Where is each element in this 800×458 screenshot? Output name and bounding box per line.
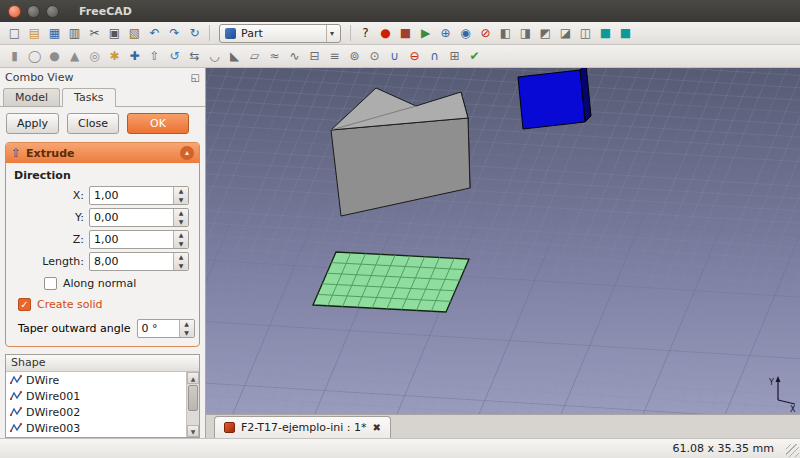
along-normal-row: Along normal xyxy=(44,277,195,290)
toolbar-part-group: ▮ ◯ ● ▲ ◎ ✱ ✚ ⇧ ↺ ⇆ ◡ ◣ ▱ ≈ ∿ ⊟ xyxy=(5,47,484,66)
spin-up-icon[interactable]: ▲ xyxy=(174,253,188,262)
scroll-down-icon[interactable]: ▼ xyxy=(187,425,199,437)
selected-sketch-face[interactable] xyxy=(313,252,469,312)
spin-up-icon[interactable]: ▲ xyxy=(174,231,188,240)
spin-up-icon[interactable]: ▲ xyxy=(174,187,188,196)
new-document-icon[interactable]: □ xyxy=(5,24,24,43)
part-offset-icon[interactable]: ⊚ xyxy=(345,47,364,66)
shape-list-item[interactable]: DWire001 xyxy=(6,388,186,404)
shape-list-item[interactable]: DWire xyxy=(6,372,186,388)
part-chamfer-icon[interactable]: ◣ xyxy=(225,47,244,66)
create-solid-checkbox[interactable] xyxy=(18,298,31,311)
macro-play-icon[interactable]: ▶ xyxy=(416,24,435,43)
spin-up-icon[interactable]: ▲ xyxy=(180,320,194,329)
part-thickness-icon[interactable]: ⊙ xyxy=(365,47,384,66)
scrollbar-thumb[interactable] xyxy=(188,385,198,411)
refresh-icon[interactable]: ↻ xyxy=(185,24,204,43)
spin-down-icon[interactable]: ▼ xyxy=(174,196,188,205)
macro-record-icon[interactable]: ● xyxy=(376,24,395,43)
resize-grip[interactable] xyxy=(786,444,799,457)
undo-icon[interactable]: ↶ xyxy=(145,24,164,43)
workbench-selector[interactable]: Part ▾ xyxy=(219,24,341,43)
spin-up-icon[interactable]: ▲ xyxy=(174,209,188,218)
part-sphere-icon[interactable]: ● xyxy=(45,47,64,66)
part-common-icon[interactable]: ∩ xyxy=(425,47,444,66)
spin-buttons[interactable]: ▲▼ xyxy=(173,187,188,204)
ok-button[interactable]: OK xyxy=(127,113,189,134)
open-file-icon[interactable]: ▤ xyxy=(25,24,44,43)
part-shapebuilder-icon[interactable]: ✚ xyxy=(125,47,144,66)
part-cylinder-icon[interactable]: ◯ xyxy=(25,47,44,66)
apply-button[interactable]: Apply xyxy=(6,113,59,134)
print-icon[interactable]: ▥ xyxy=(65,24,84,43)
part-cut-icon[interactable]: ⊖ xyxy=(405,47,424,66)
part-fillet-icon[interactable]: ◡ xyxy=(205,47,224,66)
zoom-in-icon[interactable]: ⊕ xyxy=(436,24,455,43)
paste-icon[interactable]: ▧ xyxy=(125,24,144,43)
shape-list-scrollbar[interactable]: ▲ ▼ xyxy=(186,372,199,437)
float-panel-icon[interactable]: ◱ xyxy=(191,72,200,83)
cut-icon[interactable]: ✂ xyxy=(85,24,104,43)
part-mirror-icon[interactable]: ⇆ xyxy=(185,47,204,66)
part-cone-icon[interactable]: ▲ xyxy=(65,47,84,66)
part-torus-icon[interactable]: ◎ xyxy=(85,47,104,66)
window-minimize-button[interactable] xyxy=(27,5,40,18)
part-sweep-icon[interactable]: ∿ xyxy=(285,47,304,66)
part-loft-icon[interactable]: ≈ xyxy=(265,47,284,66)
along-normal-checkbox[interactable] xyxy=(44,277,57,290)
spin-down-icon[interactable]: ▼ xyxy=(174,218,188,227)
macro-stop-icon[interactable]: ■ xyxy=(396,24,415,43)
spin-down-icon[interactable]: ▼ xyxy=(174,262,188,271)
tab-tasks[interactable]: Tasks xyxy=(62,88,115,107)
whats-this-icon[interactable]: ? xyxy=(356,24,375,43)
scrollbar-track[interactable] xyxy=(187,412,199,425)
draw-style-icon[interactable]: ⊘ xyxy=(476,24,495,43)
spin-buttons[interactable]: ▲▼ xyxy=(173,253,188,270)
part-revolve-icon[interactable]: ↺ xyxy=(165,47,184,66)
part-extrude-icon[interactable]: ⇧ xyxy=(145,47,164,66)
view-isometric-icon[interactable]: ◧ xyxy=(496,24,515,43)
document-tab[interactable]: F2-T17-ejemplo-ini : 1* ✖ xyxy=(214,416,391,438)
scroll-up-icon[interactable]: ▲ xyxy=(187,372,199,384)
save-icon[interactable]: ▦ xyxy=(45,24,64,43)
view-right-icon[interactable]: ◪ xyxy=(556,24,575,43)
create-solid-row: Create solid xyxy=(18,298,195,311)
part-cross-sections-icon[interactable]: ≡ xyxy=(325,47,344,66)
part-ruled-surface-icon[interactable]: ▱ xyxy=(245,47,264,66)
extrude-task-body: Direction X: ▲▼ Y: xyxy=(6,163,199,346)
collapse-section-icon[interactable] xyxy=(180,146,194,160)
spin-buttons[interactable]: ▲▼ xyxy=(173,209,188,226)
part-primitives-icon[interactable]: ✱ xyxy=(105,47,124,66)
redo-icon[interactable]: ↷ xyxy=(165,24,184,43)
measure-linear-icon[interactable]: ■ xyxy=(596,24,615,43)
view-front-icon[interactable]: ◨ xyxy=(516,24,535,43)
extrude-task-header[interactable]: ⇧ Extrude xyxy=(6,143,199,163)
part-section-icon[interactable]: ⊟ xyxy=(305,47,324,66)
chevron-down-icon[interactable]: ▾ xyxy=(326,25,337,42)
window-maximize-button[interactable] xyxy=(46,5,59,18)
copy-icon[interactable]: ▣ xyxy=(105,24,124,43)
shape-list-item[interactable]: DWire003 xyxy=(6,420,186,436)
viewport-3d[interactable]: Y X xyxy=(206,68,800,414)
window-close-button[interactable] xyxy=(8,5,21,18)
spinbox: ▲▼ xyxy=(89,230,189,249)
view-top-icon[interactable]: ◩ xyxy=(536,24,555,43)
measure-clear-icon[interactable]: ■ xyxy=(616,24,635,43)
part-union-icon[interactable]: ∪ xyxy=(385,47,404,66)
view-rear-icon[interactable]: ◫ xyxy=(576,24,595,43)
shape-list-header[interactable]: Shape xyxy=(6,355,199,372)
tab-model[interactable]: Model xyxy=(3,88,60,106)
shape-list-item[interactable]: DWire002 xyxy=(6,404,186,420)
fit-all-icon[interactable]: ◉ xyxy=(456,24,475,43)
dimension-readout: 61.08 x 35.35 mm xyxy=(673,442,774,455)
spin-buttons[interactable]: ▲▼ xyxy=(173,231,188,248)
spin-down-icon[interactable]: ▼ xyxy=(174,240,188,249)
close-button[interactable]: Close xyxy=(67,113,119,134)
part-box-icon[interactable]: ▮ xyxy=(5,47,24,66)
part-compound-icon[interactable]: ⊞ xyxy=(445,47,464,66)
part-check-geometry-icon[interactable]: ✔ xyxy=(465,47,484,66)
spin-down-icon[interactable]: ▼ xyxy=(180,329,194,338)
blue-cube[interactable] xyxy=(518,68,591,129)
close-tab-icon[interactable]: ✖ xyxy=(373,422,381,433)
spin-buttons[interactable]: ▲▼ xyxy=(179,320,194,337)
